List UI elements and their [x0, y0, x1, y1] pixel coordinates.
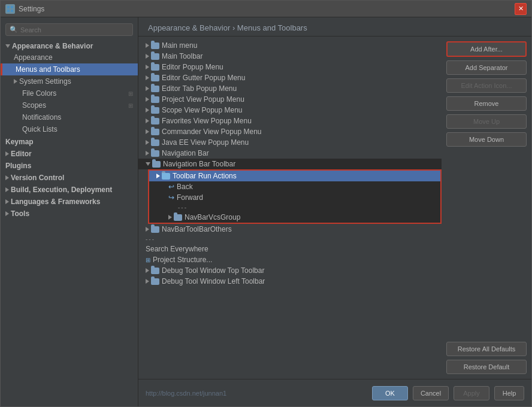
- search-box[interactable]: 🔍: [5, 23, 133, 36]
- sidebar-item-tools[interactable]: Tools: [1, 207, 138, 219]
- tree-item-project-structure[interactable]: ⊞ Project Structure...: [138, 254, 442, 265]
- sidebar-item-version-control[interactable]: Version Control: [1, 171, 138, 183]
- right-buttons-panel: Add After... Add Separator Edit Action I…: [442, 37, 531, 379]
- expand-triangle-icon: [5, 44, 10, 48]
- apply-button[interactable]: Apply: [454, 386, 489, 400]
- app-icon: [5, 4, 15, 14]
- sidebar-item-label: Appearance: [14, 53, 53, 62]
- expand-icon: [146, 43, 149, 48]
- panel-content: Main menu Main Toolbar Editor Popup Menu: [138, 37, 531, 379]
- tree-item-toolbar-run-actions[interactable]: Toolbar Run Actions: [149, 171, 440, 181]
- sidebar-item-languages[interactable]: Languages & Frameworks: [1, 195, 138, 207]
- sidebar-item-plugins[interactable]: Plugins: [1, 159, 138, 171]
- tree-item-label: Project Structure...: [153, 256, 212, 264]
- cancel-button[interactable]: Cancel: [413, 386, 449, 400]
- tree-item-debug-tool-left[interactable]: Debug Tool Window Left Toolbar: [138, 276, 442, 287]
- tree-item-label: Java EE View Popup Menu: [162, 138, 249, 147]
- sidebar-item-quick-lists[interactable]: Quick Lists: [1, 123, 138, 135]
- svg-rect-2: [7, 10, 10, 12]
- sidebar-item-appearance[interactable]: Appearance: [1, 51, 138, 63]
- add-after-button[interactable]: Add After...: [446, 41, 527, 57]
- file-colors-badge: ⊞: [128, 90, 133, 97]
- tree-item-editor-tab-popup[interactable]: Editor Tab Popup Menu: [138, 83, 442, 94]
- folder-icon: [151, 278, 159, 285]
- tree-item-label: NavBarToolBarOthers: [162, 225, 232, 233]
- folder-icon: [151, 150, 159, 157]
- tree-item-label: Project View Popup Menu: [162, 95, 244, 104]
- tree-item-scope-view-popup[interactable]: Scope View Popup Menu: [138, 105, 442, 116]
- folder-icon: [151, 75, 159, 81]
- tree-item-commander-view-popup[interactable]: Commander View Popup Menu: [138, 126, 442, 137]
- tree-item-navigation-bar[interactable]: Navigation Bar: [138, 148, 442, 159]
- expand-icon: [146, 65, 149, 69]
- nav-toolbar-children: Toolbar Run Actions ↩ Back: [148, 169, 442, 224]
- add-separator-button[interactable]: Add Separator: [446, 60, 527, 75]
- sidebar-item-file-colors[interactable]: File Colors ⊞: [1, 87, 138, 99]
- folder-icon: [151, 86, 159, 92]
- tree-item-label: Editor Popup Menu: [162, 63, 223, 71]
- sidebar-item-appearance-behavior[interactable]: Appearance & Behavior: [1, 40, 138, 51]
- tree-item-favorites-view-popup[interactable]: Favorites View Popup Menu: [138, 116, 442, 126]
- move-down-button[interactable]: Move Down: [446, 132, 527, 147]
- sidebar-item-menus-toolbars[interactable]: Menus and Toolbars: [1, 63, 138, 75]
- tree-item-search-everywhere[interactable]: Search Everywhere: [138, 244, 442, 254]
- watermark-text: http://blog.csdn.net/junnan1: [146, 390, 367, 397]
- settings-window: Settings ✕ 🔍 Appearance & Behavior Appea…: [0, 0, 532, 407]
- restore-all-defaults-button[interactable]: Restore All Defaults: [446, 342, 527, 356]
- tree-item-editor-gutter-popup[interactable]: Editor Gutter Popup Menu: [138, 72, 442, 83]
- sidebar: 🔍 Appearance & Behavior Appearance Menus…: [1, 17, 138, 406]
- move-up-button[interactable]: Move Up: [446, 114, 527, 129]
- tree-item-label: Editor Tab Popup Menu: [162, 84, 237, 93]
- folder-icon: [151, 64, 159, 71]
- edit-action-icon-button[interactable]: Edit Action Icon...: [446, 78, 527, 93]
- tree-item-label: Debug Tool Window Top Toolbar: [162, 266, 264, 275]
- ok-button[interactable]: OK: [372, 386, 408, 400]
- tree-item-java-ee-view-popup[interactable]: Java EE View Popup Menu: [138, 137, 442, 148]
- folder-icon: [151, 96, 159, 103]
- tree-item-label: Commander View Popup Menu: [162, 127, 262, 136]
- tree-item-nav-bar-toolbar[interactable]: Navigation Bar Toolbar: [138, 159, 442, 169]
- tree-item-forward[interactable]: ↪ Forward: [149, 192, 440, 203]
- sidebar-item-scopes[interactable]: Scopes ⊞: [1, 99, 138, 111]
- remove-button[interactable]: Remove: [446, 96, 527, 111]
- sidebar-item-label: Editor: [11, 150, 32, 158]
- search-input[interactable]: [20, 26, 129, 34]
- tree-item-label: Scope View Popup Menu: [162, 106, 243, 114]
- tree-item-label: Search Everywhere: [146, 245, 208, 253]
- tree-item-main-menu[interactable]: Main menu: [138, 40, 442, 51]
- folder-icon: [151, 42, 159, 49]
- expand-icon: [146, 86, 149, 91]
- sidebar-section-label: Appearance & Behavior: [12, 42, 93, 50]
- sidebar-item-system-settings[interactable]: System Settings: [1, 75, 138, 87]
- sidebar-item-label: Tools: [11, 209, 29, 218]
- close-button[interactable]: ✕: [515, 3, 527, 15]
- folder-icon: [162, 173, 170, 180]
- sidebar-item-label: File Colors: [22, 89, 56, 98]
- tree-item-label: Back: [177, 183, 193, 191]
- folder-icon: [174, 214, 182, 221]
- sidebar-item-keymap[interactable]: Keymap: [1, 135, 138, 147]
- tree-item-debug-tool-top[interactable]: Debug Tool Window Top Toolbar: [138, 265, 442, 276]
- restore-default-button[interactable]: Restore Default: [446, 360, 527, 374]
- help-button[interactable]: Help: [494, 386, 524, 400]
- sidebar-item-label: Build, Execution, Deployment: [11, 186, 112, 194]
- sidebar-item-notifications[interactable]: Notifications: [1, 111, 138, 123]
- tree-item-label: Main menu: [162, 41, 197, 50]
- tree-item-navbartoolbarothers[interactable]: NavBarToolBarOthers: [138, 224, 442, 235]
- separator: ---: [149, 203, 440, 212]
- tree-item-label: Editor Gutter Popup Menu: [162, 74, 245, 82]
- sidebar-item-editor[interactable]: Editor: [1, 147, 138, 159]
- sidebar-item-label: Menus and Toolbars: [16, 65, 80, 74]
- expand-icon: [146, 268, 149, 273]
- tree-item-back[interactable]: ↩ Back: [149, 181, 440, 192]
- tree-item-editor-popup[interactable]: Editor Popup Menu: [138, 62, 442, 72]
- expand-icon: [146, 97, 149, 102]
- svg-rect-3: [11, 10, 13, 12]
- tree-item-navbarvcsgroup[interactable]: NavBarVcsGroup: [149, 212, 440, 223]
- expand-icon: [146, 54, 149, 59]
- back-icon: ↩: [168, 183, 174, 191]
- tree-item-main-toolbar[interactable]: Main Toolbar: [138, 51, 442, 62]
- tree-item-project-view-popup[interactable]: Project View Popup Menu: [138, 94, 442, 105]
- sidebar-item-build-exec[interactable]: Build, Execution, Deployment: [1, 183, 138, 195]
- folder-icon: [151, 118, 159, 124]
